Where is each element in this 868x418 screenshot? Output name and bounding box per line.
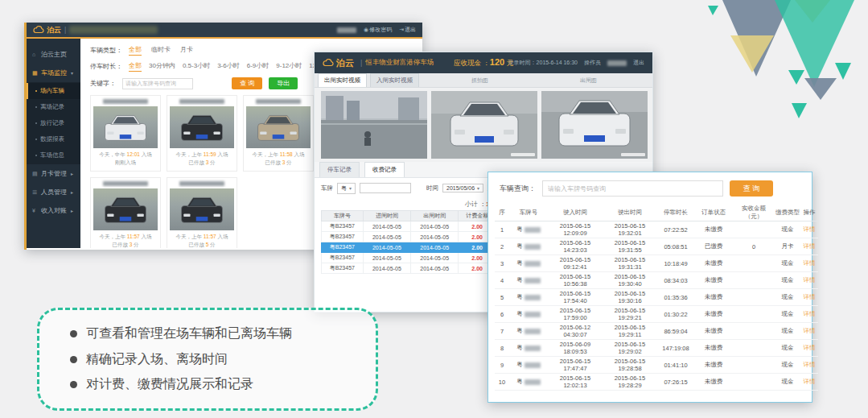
detail-link[interactable]: 详情 [804,276,816,283]
record-tab-0[interactable]: 停车记录 [319,162,360,177]
sidebar-item-1[interactable]: ▦车场监控▾ [27,64,80,82]
plate-redacted [103,181,148,186]
snapshot-car-image [431,91,537,159]
vehicle-card-2[interactable]: 今天，上午 11:58 入场已停放 3 分 [243,95,314,172]
sidebar-subitem-1[interactable]: 离场记录 [27,99,80,115]
duration-option-1[interactable]: 30分钟内 [149,61,175,72]
vehicle-type-option-1[interactable]: 临时卡 [151,45,171,56]
plate-cell: 粤 [509,289,548,306]
gate-column-header: 车牌号 [322,211,364,221]
photo-label-exit: 出闸图 [580,77,597,85]
action-cell: 详情 [800,272,818,289]
sidebar-subitem-4[interactable]: 车场信息 [27,147,80,163]
parked-status-line: 已停放 3 分 [246,159,311,167]
order-status-cell: 未缴费 [694,374,733,391]
sidebar-item-2[interactable]: ▤月卡管理▸ [27,164,80,183]
sidebar-subitem-3[interactable]: 数据报表 [27,131,80,147]
detail-link[interactable]: 详情 [804,310,816,317]
plate-cell: 粤 [509,255,548,272]
vehicle-photo [170,188,234,230]
sidebar-item-label: 人员管理 [41,188,67,197]
duration-option-4[interactable]: 6-9小时 [247,61,269,72]
sidebar-subitem-0[interactable]: 场内车辆 [27,83,80,99]
order-status-cell: 未缴费 [694,255,733,272]
gate-topbar-right: 登录时间：2015-6-14 16:30 操作员 退出 [508,59,644,67]
duration-option-3[interactable]: 3-6小时 [217,61,240,72]
vehicle-card-1[interactable]: 今天，上午 11:59 入场已停放 3 分 [167,95,237,172]
sidebar-item-4[interactable]: ¥收入对账▸ [27,201,80,220]
query-search-button[interactable]: 查 询 [730,180,773,197]
row-index-cell: 2 [495,238,509,255]
query-record-row: 4粤2015-06-15 10:56:382015-06-15 19:30:40… [495,272,818,289]
detail-link[interactable]: 详情 [804,242,816,250]
query-search-input[interactable] [542,180,723,197]
detail-link[interactable]: 详情 [804,293,816,300]
sidebar-item-3[interactable]: ☰人员管理▸ [27,183,80,201]
detail-link[interactable]: 详情 [804,327,816,334]
row-index-cell: 6 [495,306,509,323]
plate-redacted [525,261,541,267]
vehicle-card-caption: 今天，中午 12:01 入场刚刚入场 [93,151,158,168]
vehicle-card-0[interactable]: 今天，中午 12:01 入场刚刚入场 [90,95,161,172]
street-scene-image [321,91,427,159]
gate-record-row[interactable]: 粤B234572014-05-052014-05-052.00 [322,253,496,263]
parked-status-line: 已停放 3 分 [170,159,234,167]
duration-cell: 01:41:10 [657,357,694,374]
export-button[interactable]: 导出 [269,77,298,89]
detail-link[interactable]: 详情 [804,361,816,368]
duration-option-0[interactable]: 全部 [129,61,142,72]
keyword-input[interactable] [122,78,193,89]
detail-link[interactable]: 详情 [804,344,816,351]
gate-out-time-cell: 2014-05-05 [411,242,459,253]
bullet-dot-icon [70,356,77,363]
duration-option-5[interactable]: 9-12小时 [276,61,302,72]
record-tab-1[interactable]: 收费记录 [364,162,405,177]
snapshot-photo[interactable] [431,91,537,159]
vehicle-card-5[interactable]: 今天，上午 11:57 入场已停放 5 分 [167,177,237,248]
search-button[interactable]: 查 询 [232,77,262,89]
gate-record-row[interactable]: 粤B234572014-05-052014-05-052.00 [322,263,496,274]
detail-link[interactable]: 详情 [804,226,816,233]
plate-redacted [525,227,541,233]
cash-due-value: 120 [490,57,504,67]
entry-time-cell: 2015-06-09 18:09:53 [548,340,603,357]
entry-time-value: 11:57 [204,234,216,239]
duration-option-2[interactable]: 0.5-3小时 [183,61,210,72]
vehicle-card-4[interactable]: 今天，上午 11:57 入场已停放 3 分 [90,177,161,248]
pay-type-cell: 现金 [775,357,800,374]
query-column-header: 实收金额（元） [733,205,775,221]
detail-link[interactable]: 详情 [804,259,816,267]
vehicle-type-option-0[interactable]: 全部 [129,45,142,56]
logout-link[interactable]: ⇥退出 [399,26,416,34]
operator-label: 操作员 [584,59,601,67]
sidebar-subitem-2[interactable]: 放行记录 [27,115,80,131]
exit-gate-photo[interactable] [541,91,648,159]
plate-redacted [103,99,148,104]
plate-cell: 粤 [509,357,548,374]
video-tab-0[interactable]: 出闸实时视频 [318,73,367,87]
gate-plate-cell: 粤B23457 [322,232,364,242]
vehicle-card-caption: 今天，上午 11:59 入场已停放 3 分 [170,151,234,168]
amount-cell [733,272,775,289]
gate-record-row[interactable]: 粤B234572014-05-052014-05-052.00 [322,242,496,253]
video-tab-1[interactable]: 入闸实时视频 [370,73,419,87]
gate-logout-link[interactable]: 退出 [633,59,644,67]
gate-record-row[interactable]: 粤B234572014-05-052014-05-052.00 [322,221,496,232]
detail-link[interactable]: 详情 [804,378,816,385]
triangle-teal-small-2 [835,63,851,80]
plate-redacted [179,181,224,186]
amount-cell [733,323,775,340]
vehicle-type-option-2[interactable]: 月卡 [180,45,193,56]
province-select[interactable]: 粤 [337,183,356,194]
change-password-link[interactable]: ◉修改密码 [364,26,392,34]
live-video-feed[interactable] [321,91,427,159]
callout-bullet-2: 对计费、缴费情况展示和记录 [70,376,363,393]
gate-record-row[interactable]: 粤B234572014-05-052014-05-052.00 [322,232,496,242]
plate-redacted [525,362,541,368]
amount-cell [733,357,775,374]
gate-in-time-cell: 2014-05-05 [363,221,410,232]
date-from-select[interactable]: 2015/05/06 [442,184,483,192]
sidebar-item-0[interactable]: ⌂泊云主页 [27,45,80,64]
plate-number-input[interactable] [360,183,411,193]
income-icon: ¥ [32,208,39,213]
